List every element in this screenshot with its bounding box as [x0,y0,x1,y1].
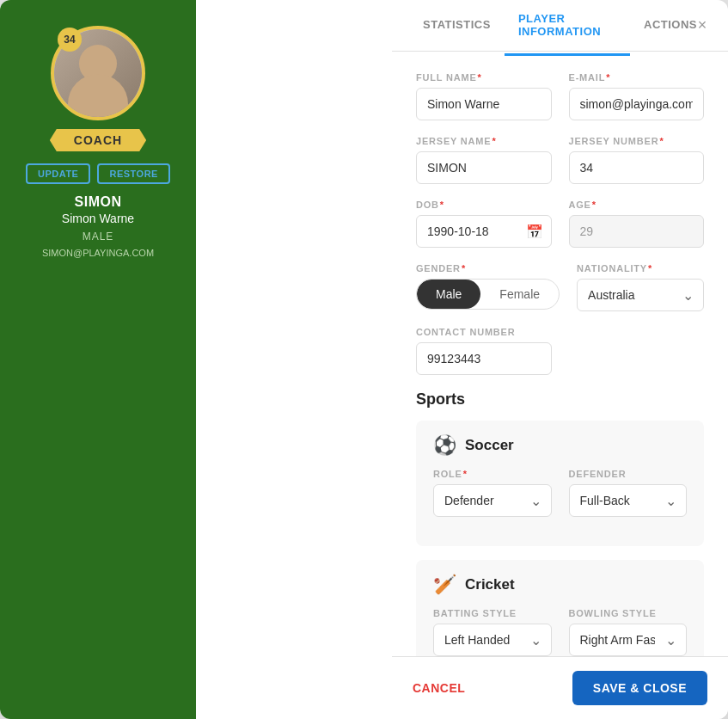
bowling-group: BOWLING STYLE Right Arm Fast Left Arm Fa… [569,608,688,656]
cricket-row: BATTING STYLE Left Handed Right Handed ⌄… [433,608,687,656]
row-contact: CONTACT NUMBER [416,327,704,375]
soccer-position-select[interactable]: Full-Back Centre-Back Sweeper [569,484,688,517]
group-contact-spacer [569,327,705,375]
sidebar-buttons: UPDATE RESTORE [26,163,170,184]
avatar-container: 34 [51,26,145,120]
row-name-email: FULL NAME* E-MAIL* [416,72,704,120]
row-dob-age: DOB* 📅 AGE* [416,200,704,248]
nationality-label: NATIONALITY* [577,263,704,273]
cancel-button[interactable]: CANCEL [413,681,465,695]
cricket-header: 🏏 Cricket [433,574,687,596]
soccer-row: ROLE* Defender Midfielder Forward Goalke… [433,469,687,517]
group-nationality: NATIONALITY* Australia United States Uni… [577,263,704,311]
full-name-label: FULL NAME* [416,72,552,83]
group-gender: GENDER* Male Female [416,263,560,311]
gender-toggle: Male Female [416,279,560,310]
restore-button[interactable]: RESTORE [97,163,169,184]
bowling-label: BOWLING STYLE [569,608,688,618]
soccer-position-group: DEFENDER Full-Back Centre-Back Sweeper ⌄ [569,469,688,517]
batting-select-wrapper: Left Handed Right Handed ⌄ [433,624,552,656]
soccer-icon: ⚽ [433,434,456,457]
gender-female-option[interactable]: Female [480,280,559,309]
bowling-select[interactable]: Right Arm Fast Left Arm Fast Off Spin Le… [569,624,688,656]
save-close-button[interactable]: SAVE & CLOSE [572,671,707,705]
content-area: STATISTICS PLAYER INFORMATION ACTIONS × … [392,0,728,719]
jersey-number-label: JERSEY NUMBER* [569,136,705,146]
row-jersey: JERSEY NAME* JERSEY NUMBER* [416,136,704,184]
footer-bar: CANCEL SAVE & CLOSE [392,656,728,719]
soccer-position-select-wrapper: Full-Back Centre-Back Sweeper ⌄ [569,484,688,517]
jersey-number-input[interactable] [569,151,705,184]
group-dob: DOB* 📅 [416,200,552,248]
group-jersey-number: JERSEY NUMBER* [569,136,705,184]
group-email: E-MAIL* [569,72,705,120]
sidebar-gender: MALE [83,230,114,243]
dob-input-wrapper: 📅 [416,215,552,248]
sidebar: 34 COACH UPDATE RESTORE SIMON Simon Warn… [0,0,196,719]
cricket-name: Cricket [465,576,515,593]
badge-number: 34 [58,28,82,52]
soccer-card: ⚽ Soccer ROLE* Defender Midfielder Forwa… [416,421,704,546]
tab-statistics[interactable]: STATISTICS [409,3,505,49]
full-name-input[interactable] [416,88,552,120]
tab-player-information[interactable]: PLAYER INFORMATION [505,0,630,56]
person-body-shape [68,74,128,117]
group-full-name: FULL NAME* [416,72,552,120]
modal: 34 COACH UPDATE RESTORE SIMON Simon Warn… [0,0,728,719]
email-input[interactable] [569,88,705,120]
sidebar-email: SIMON@PLAYINGA.COM [42,248,154,258]
tabs-bar: STATISTICS PLAYER INFORMATION ACTIONS × [392,0,728,52]
jersey-name-input[interactable] [416,151,552,184]
nationality-select-wrapper: Australia United States United Kingdom I… [577,279,704,311]
contact-input[interactable] [416,342,552,375]
group-contact: CONTACT NUMBER [416,327,552,375]
gender-male-option[interactable]: Male [417,280,480,309]
soccer-role-label: ROLE* [433,469,552,479]
batting-group: BATTING STYLE Left Handed Right Handed ⌄ [433,608,552,656]
close-modal-button[interactable]: × [690,14,714,38]
dob-label: DOB* [416,200,552,210]
update-button[interactable]: UPDATE [26,163,90,184]
sports-section-title: Sports [416,390,704,409]
soccer-role-group: ROLE* Defender Midfielder Forward Goalke… [433,469,552,517]
soccer-header: ⚽ Soccer [433,434,687,457]
calendar-icon[interactable]: 📅 [526,224,543,240]
contact-label: CONTACT NUMBER [416,327,552,337]
nationality-select[interactable]: Australia United States United Kingdom I… [577,279,704,311]
sidebar-username: SIMON [75,194,122,210]
soccer-name: Soccer [465,437,514,454]
cricket-icon: 🏏 [433,574,456,596]
scroll-area: FULL NAME* E-MAIL* JERSEY NAME* [392,52,728,656]
coach-banner: COACH [50,129,146,151]
gender-label: GENDER* [416,263,560,273]
bowling-select-wrapper: Right Arm Fast Left Arm Fast Off Spin Le… [569,624,688,656]
row-gender-nationality: GENDER* Male Female NATIONALITY* Austral… [416,263,704,311]
jersey-name-label: JERSEY NAME* [416,136,552,146]
group-age: AGE* [569,200,705,248]
batting-label: BATTING STYLE [433,608,552,618]
cricket-card: 🏏 Cricket BATTING STYLE Left Handed Righ… [416,560,704,656]
age-input [569,215,705,248]
email-label: E-MAIL* [569,72,705,83]
group-jersey-name: JERSEY NAME* [416,136,552,184]
soccer-position-label: DEFENDER [569,469,688,479]
sidebar-fullname: Simon Warne [62,212,134,225]
soccer-role-select[interactable]: Defender Midfielder Forward Goalkeeper [433,484,552,517]
soccer-role-select-wrapper: Defender Midfielder Forward Goalkeeper ⌄ [433,484,552,517]
age-label: AGE* [569,200,705,210]
batting-select[interactable]: Left Handed Right Handed [433,624,552,656]
